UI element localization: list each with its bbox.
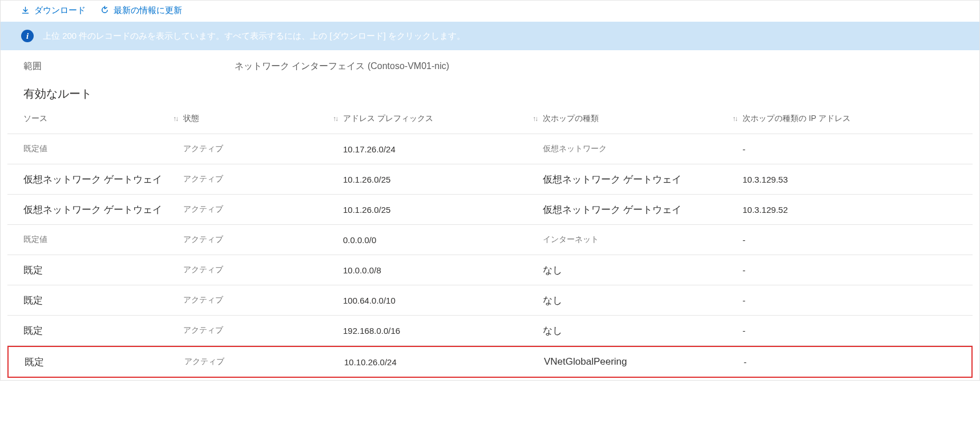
cell-hop-type: インターネット: [543, 235, 743, 245]
cell-hop-ip: -: [743, 235, 957, 245]
cell-source-text: 既定: [23, 324, 43, 337]
download-button[interactable]: ダウンロード: [21, 5, 86, 16]
table-header-row: ソース ↑↓ 状態 ↑↓ アドレス プレフィックス ↑↓ 次ホップの種類 ↑↓ …: [7, 104, 973, 134]
cell-prefix: 100.64.0.0/10: [343, 296, 543, 305]
sort-icon: ↑↓: [173, 115, 178, 123]
col-header-hoptype[interactable]: 次ホップの種類 ↑↓: [543, 114, 743, 124]
cell-prefix-text: 10.17.26.0/24: [343, 144, 396, 154]
sort-icon: ↑↓: [333, 115, 337, 123]
cell-prefix-text: 10.1.26.0/25: [343, 205, 390, 215]
cell-hop-ip: 10.3.129.53: [743, 175, 957, 184]
refresh-label: 最新の情報に更新: [114, 5, 182, 16]
cell-prefix: 10.0.0.0/8: [343, 265, 543, 275]
cell-hop-ip-text: -: [743, 144, 745, 154]
cell-state: アクティブ: [183, 265, 343, 275]
cell-hop-type-text: 仮想ネットワーク: [543, 144, 607, 154]
cell-hop-type: 仮想ネットワーク: [543, 144, 743, 154]
col-header-hopip[interactable]: 次ホップの種類の IP アドレス: [743, 114, 957, 124]
col-header-prefix[interactable]: アドレス プレフィックス ↑↓: [343, 114, 543, 124]
page-root: ダウンロード 最新の情報に更新 i 上位 200 件のレコードのみを表示していま…: [0, 0, 980, 381]
cell-hop-type: なし: [543, 324, 743, 337]
cell-hop-type-text: なし: [543, 264, 562, 277]
cell-source: 既定: [25, 356, 184, 369]
cell-source: 既定: [23, 324, 183, 337]
cell-state: アクティブ: [183, 204, 343, 215]
cell-state: アクティブ: [183, 144, 343, 154]
cell-source-text: 既定: [23, 264, 43, 277]
cell-hop-ip: 10.3.129.52: [743, 205, 957, 215]
cell-prefix: 192.168.0.0/16: [343, 326, 543, 336]
cell-state-text: アクティブ: [183, 265, 223, 275]
cell-state-text: アクティブ: [184, 357, 224, 367]
cell-state: アクティブ: [183, 325, 343, 336]
cell-state-text: アクティブ: [183, 204, 223, 215]
cell-state: アクティブ: [183, 295, 343, 305]
cell-hop-ip-text: 10.3.129.52: [743, 205, 788, 215]
refresh-icon: [100, 6, 109, 16]
cell-source: 既定値: [23, 144, 183, 154]
cell-prefix-text: 0.0.0.0/0: [343, 235, 376, 245]
table-row[interactable]: 既定アクティブ100.64.0.0/10なし-: [7, 285, 973, 316]
command-bar: ダウンロード 最新の情報に更新: [1, 0, 979, 22]
cell-source: 既定値: [23, 235, 183, 245]
table-row[interactable]: 既定値アクティブ0.0.0.0/0インターネット-: [7, 225, 973, 255]
cell-hop-type: なし: [543, 294, 743, 307]
table-row[interactable]: 既定アクティブ10.10.26.0/24VNetGlobalPeering-: [9, 347, 971, 377]
cell-source-text: 既定: [23, 294, 43, 307]
cell-prefix-text: 100.64.0.0/10: [343, 296, 396, 305]
cell-state: アクティブ: [183, 235, 343, 245]
cell-state-text: アクティブ: [183, 235, 223, 245]
table-row[interactable]: 仮想ネットワーク ゲートウェイアクティブ10.1.26.0/25仮想ネットワーク…: [7, 195, 973, 225]
cell-hop-ip-text: -: [743, 326, 745, 336]
cell-state-text: アクティブ: [183, 295, 223, 305]
sort-icon: ↑↓: [533, 115, 537, 123]
cell-source-text: 既定値: [23, 144, 47, 154]
cell-hop-ip-text: -: [743, 296, 745, 305]
col-header-state[interactable]: 状態 ↑↓: [183, 114, 343, 124]
cell-source: 仮想ネットワーク ゲートウェイ: [23, 203, 183, 216]
section-title: 有効なルート: [1, 78, 979, 104]
refresh-button[interactable]: 最新の情報に更新: [100, 5, 182, 16]
cell-hop-ip: -: [744, 357, 955, 367]
cell-hop-ip: -: [743, 265, 957, 275]
cell-source-text: 既定: [25, 356, 44, 369]
cell-state-text: アクティブ: [183, 144, 223, 154]
table-row[interactable]: 既定アクティブ10.0.0.0/8なし-: [7, 255, 973, 285]
cell-hop-ip: -: [743, 144, 957, 154]
cell-hop-type: 仮想ネットワーク ゲートウェイ: [543, 203, 743, 216]
sort-icon: ↑↓: [732, 115, 737, 123]
table-row[interactable]: 既定値アクティブ10.17.26.0/24仮想ネットワーク-: [7, 134, 973, 164]
table-row[interactable]: 仮想ネットワーク ゲートウェイアクティブ10.1.26.0/25仮想ネットワーク…: [7, 164, 973, 195]
cell-source-text: 仮想ネットワーク ゲートウェイ: [23, 203, 162, 216]
cell-hop-type-text: VNetGlobalPeering: [544, 356, 627, 368]
property-scope-label: 範囲: [23, 60, 235, 72]
cell-prefix-text: 10.0.0.0/8: [343, 265, 381, 275]
info-icon: i: [21, 30, 34, 42]
cell-hop-ip-text: -: [743, 265, 745, 275]
cell-hop-ip-text: -: [744, 357, 747, 367]
cell-state: アクティブ: [184, 357, 344, 367]
info-banner: i 上位 200 件のレコードのみを表示しています。すべて表示するには、上の […: [1, 22, 979, 50]
cell-hop-type-text: なし: [543, 324, 562, 337]
col-header-source[interactable]: ソース ↑↓: [23, 114, 183, 124]
cell-state-text: アクティブ: [183, 174, 223, 184]
col-header-state-label: 状態: [183, 114, 199, 124]
cell-prefix: 10.17.26.0/24: [343, 144, 543, 154]
cell-prefix: 10.1.26.0/25: [343, 205, 543, 215]
table-row[interactable]: 既定アクティブ192.168.0.0/16なし-: [7, 316, 973, 346]
routes-table: ソース ↑↓ 状態 ↑↓ アドレス プレフィックス ↑↓ 次ホップの種類 ↑↓ …: [1, 104, 979, 378]
cell-prefix-text: 192.168.0.0/16: [343, 326, 400, 336]
cell-hop-type: 仮想ネットワーク ゲートウェイ: [543, 173, 743, 186]
cell-hop-ip: -: [743, 296, 957, 305]
cell-source-text: 既定値: [23, 235, 47, 245]
cell-prefix: 10.10.26.0/24: [344, 357, 544, 367]
cell-hop-type: VNetGlobalPeering: [544, 356, 744, 368]
info-banner-text: 上位 200 件のレコードのみを表示しています。すべて表示するには、上の [ダウ…: [43, 31, 465, 42]
cell-hop-type-text: なし: [543, 294, 562, 307]
cell-source-text: 仮想ネットワーク ゲートウェイ: [23, 173, 162, 186]
cell-prefix-text: 10.10.26.0/24: [344, 357, 397, 367]
cell-prefix: 0.0.0.0/0: [343, 235, 543, 245]
col-header-source-label: ソース: [23, 114, 47, 124]
cell-source: 既定: [23, 264, 183, 277]
property-scope-value: ネットワーク インターフェイス (Contoso-VM01-nic): [235, 60, 449, 72]
